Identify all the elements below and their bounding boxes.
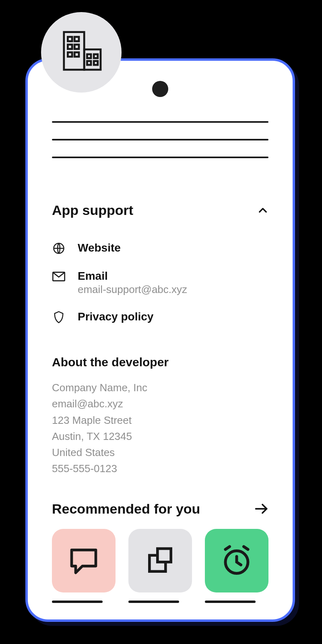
developer-email: email@abc.xyz	[52, 396, 268, 412]
arrow-right-icon	[254, 502, 268, 516]
svg-rect-9	[94, 54, 98, 58]
shield-icon	[53, 311, 64, 324]
developer-street: 123 Maple Street	[52, 412, 268, 428]
card-title-placeholder	[128, 601, 179, 603]
privacy-label: Privacy policy	[78, 310, 153, 323]
about-developer-details: Company Name, Inc email@abc.xyz 123 Mapl…	[52, 380, 268, 477]
globe-icon	[53, 242, 65, 254]
developer-company: Company Name, Inc	[52, 380, 268, 396]
email-value: email-support@abc.xyz	[78, 283, 187, 296]
placeholder-line	[52, 157, 268, 158]
svg-rect-11	[94, 61, 98, 65]
recommended-card-2[interactable]	[128, 529, 192, 603]
svg-rect-16	[157, 549, 171, 562]
svg-rect-5	[74, 45, 79, 49]
text-placeholder-block	[52, 121, 268, 158]
recommended-card-1[interactable]	[52, 529, 116, 603]
developer-phone: 555-555-0123	[52, 460, 268, 477]
developer-city: Austin, TX 12345	[52, 428, 268, 444]
card-title-placeholder	[205, 601, 256, 603]
support-item-website[interactable]: Website	[52, 234, 268, 262]
about-developer-title: About the developer	[52, 355, 268, 369]
developer-badge	[41, 12, 122, 93]
chevron-up-icon	[257, 205, 268, 216]
app-support-list: Website Email email-support@abc.xyz Priv…	[52, 234, 268, 331]
placeholder-line	[52, 139, 268, 140]
chat-icon	[68, 545, 100, 577]
support-item-email[interactable]: Email email-support@abc.xyz	[52, 262, 268, 303]
phone-frame: App support Website Email email-support@…	[25, 58, 295, 622]
screen-content: App support Website Email email-support@…	[28, 121, 293, 619]
recommended-title: Recommended for you	[52, 501, 200, 517]
mail-icon	[52, 271, 65, 282]
alarm-icon	[220, 544, 254, 578]
recommended-card-3[interactable]	[205, 529, 268, 603]
recommended-row	[52, 529, 268, 603]
svg-rect-1	[84, 50, 101, 70]
card-title-placeholder	[52, 601, 103, 603]
developer-country: United States	[52, 444, 268, 460]
recommended-header[interactable]: Recommended for you	[52, 501, 268, 517]
email-label: Email	[78, 270, 187, 283]
app-support-header[interactable]: App support	[52, 202, 268, 218]
website-label: Website	[78, 242, 121, 254]
svg-rect-8	[87, 54, 91, 58]
svg-rect-2	[68, 37, 72, 41]
svg-rect-7	[74, 52, 79, 57]
svg-rect-6	[68, 52, 72, 57]
app-support-title: App support	[52, 202, 133, 218]
svg-rect-10	[87, 61, 91, 65]
copy-icon	[144, 545, 176, 577]
buildings-icon	[57, 28, 105, 76]
support-item-privacy[interactable]: Privacy policy	[52, 303, 268, 331]
svg-rect-3	[74, 37, 79, 41]
placeholder-line	[52, 121, 268, 123]
svg-rect-4	[68, 45, 72, 49]
camera-cutout	[152, 81, 168, 97]
